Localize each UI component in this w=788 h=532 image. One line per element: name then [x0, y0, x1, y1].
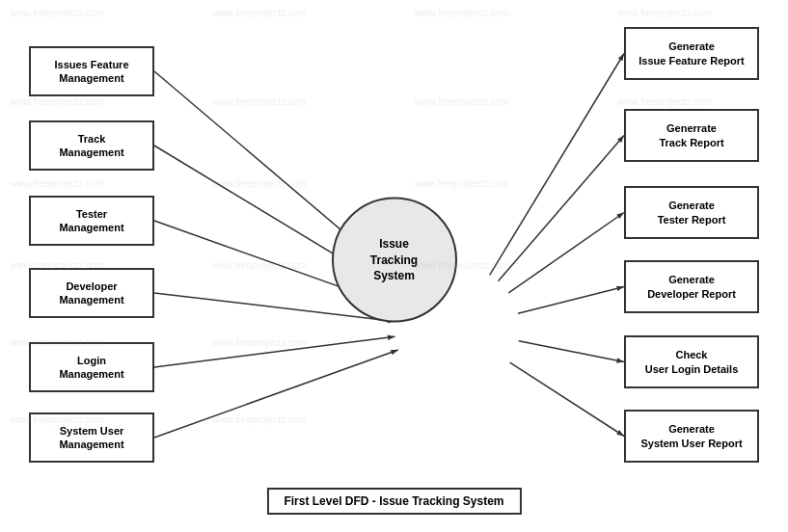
- box-system-user: System UserManagement: [29, 412, 154, 463]
- svg-line-22: [510, 362, 624, 436]
- box-gen-track: GenerrateTrack Report: [624, 109, 759, 162]
- svg-marker-11: [391, 350, 398, 355]
- caption-box: First Level DFD - Issue Tracking System: [266, 488, 521, 515]
- center-circle: IssueTrackingSystem: [332, 198, 457, 323]
- box-gen-tester: GenerateTester Report: [624, 186, 759, 239]
- svg-line-20: [519, 341, 624, 362]
- caption-text: First Level DFD - Issue Tracking System: [284, 494, 503, 508]
- svg-line-8: [154, 336, 395, 367]
- box-check-login: CheckUser Login Details: [624, 335, 759, 388]
- svg-line-16: [508, 213, 624, 293]
- svg-marker-23: [616, 430, 624, 436]
- box-gen-issue: GenerateIssue Feature Report: [624, 27, 759, 80]
- box-login: LoginManagement: [29, 342, 154, 392]
- svg-marker-15: [617, 136, 624, 143]
- diagram-container: Issues FeatureManagement TrackManagement…: [10, 10, 778, 522]
- box-developer: DeveloperManagement: [29, 268, 154, 318]
- svg-marker-21: [616, 358, 624, 362]
- box-track: TrackManagement: [29, 120, 154, 171]
- svg-marker-19: [616, 286, 624, 291]
- svg-line-10: [154, 350, 398, 438]
- svg-marker-17: [616, 213, 624, 220]
- box-tester: TesterManagement: [29, 196, 154, 246]
- svg-line-18: [518, 287, 624, 314]
- svg-line-14: [498, 136, 624, 281]
- box-issues-feature: Issues FeatureManagement: [29, 46, 154, 96]
- box-gen-system: GenerateSystem User Report: [624, 410, 759, 463]
- svg-marker-9: [388, 334, 395, 339]
- box-gen-developer: GenerateDeveloper Report: [624, 260, 759, 313]
- svg-line-12: [490, 54, 624, 276]
